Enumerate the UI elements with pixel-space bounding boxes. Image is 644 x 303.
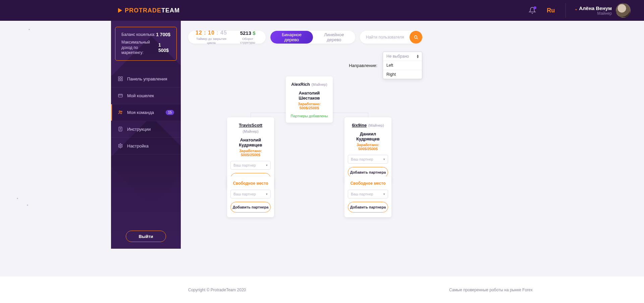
tab-binary-tree[interactable]: Бинарное дерево (270, 31, 313, 44)
sidebar: Баланс кошелька: 1 700$ Максимальный дох… (111, 21, 181, 249)
dropdown-placeholder: Не выбрано (386, 54, 409, 59)
search-button[interactable] (410, 31, 422, 44)
brand-text-b: TEAM (161, 7, 180, 14)
document-icon (118, 126, 123, 132)
svg-rect-2 (121, 79, 122, 81)
play-icon (118, 8, 122, 13)
turnover-label: Оборот структуры (237, 37, 258, 45)
earn-value: 500$/2500$ (358, 147, 378, 151)
direction-label: Направление: (349, 63, 377, 68)
nav-label: Инструкции (127, 127, 151, 132)
node-fullname: Даниил Кудрявцев (348, 131, 388, 141)
nav-instructions[interactable]: Инструкции (111, 121, 181, 138)
node-username[interactable]: TravisScott (239, 123, 262, 128)
marketing-income-label: Максимальный доход по маркетингу: (121, 40, 158, 56)
earn-label: Заработано: (357, 143, 379, 147)
user-menu[interactable]: ⌄Алёна Венум Майнер (566, 3, 631, 18)
svg-rect-3 (118, 79, 120, 81)
nav-team[interactable]: Моя команда 15 (111, 104, 181, 121)
tree-node-right: 6ix9ine (Майнер) Даниил Кудрявцев Зарабо… (344, 117, 391, 182)
chevron-down-icon: ▾ (266, 192, 268, 196)
wallet-balance-value: 1 700$ (156, 32, 170, 37)
sort-icon: ▴▾ (417, 54, 419, 58)
logout-button[interactable]: Выйти (126, 231, 166, 242)
svg-point-8 (120, 145, 121, 146)
node-fullname: Анатолий Шестаков (289, 90, 329, 101)
partner-input[interactable] (348, 157, 383, 161)
svg-rect-1 (121, 77, 122, 78)
nav-dashboard[interactable]: Панель управления (111, 71, 181, 87)
partner-select[interactable]: ▾ (348, 190, 388, 198)
add-partner-button[interactable]: Добавить партнера (348, 202, 388, 213)
timer-seconds: : 45 (215, 30, 227, 36)
svg-rect-0 (118, 77, 120, 78)
brand-text-a: PROTRADE (125, 7, 161, 14)
search-input[interactable] (366, 35, 410, 40)
grid-icon (118, 76, 123, 81)
dropdown-selected[interactable]: Не выбрано ▴▾ (383, 52, 422, 61)
wallet-icon (118, 93, 123, 98)
users-icon (118, 110, 123, 115)
node-username: AlexRich (291, 82, 310, 87)
balance-panel: Баланс кошелька: 1 700$ Максимальный дох… (115, 27, 177, 61)
node-role: (Майнер) (243, 129, 258, 133)
node-role: (Майнер) (311, 82, 327, 86)
add-partner-button[interactable]: Добавить партнера (230, 202, 271, 213)
language-toggle[interactable]: Ru (547, 7, 555, 14)
footer-copyright: Copyright © ProtradeTeam 2020 (188, 288, 246, 292)
svg-rect-4 (118, 94, 122, 97)
earn-value: 500$/2500$ (241, 153, 260, 157)
page-footer: Copyright © ProtradeTeam 2020 Самые пров… (0, 276, 644, 303)
user-role: Майнер (575, 11, 612, 16)
partner-select[interactable]: ▾ (348, 155, 388, 164)
nav-label: Настройка (127, 143, 149, 148)
search-icon (413, 35, 419, 40)
timer-value: 12 : 10 (196, 30, 215, 36)
user-name: Алёна Венум (579, 5, 612, 11)
partners-added-badge: Партнеры добавлены (289, 114, 329, 118)
notifications-button[interactable] (529, 7, 536, 14)
tab-linear-tree[interactable]: Линейное дерево (313, 31, 355, 44)
chevron-down-icon: ▾ (383, 192, 385, 196)
free-slot-label: Свободное место (230, 181, 271, 186)
tree-free-slot: Свободное место ▾ Добавить партнера (227, 176, 274, 217)
nav-wallet[interactable]: Мой кошелек (111, 87, 181, 104)
node-role: (Майнер) (368, 123, 384, 127)
chevron-down-icon: ▾ (266, 164, 268, 167)
partner-input[interactable] (348, 192, 383, 196)
timer-label: Таймер до закрытия цикла (196, 37, 227, 45)
partner-select[interactable]: ▾ (230, 190, 271, 198)
avatar (616, 3, 631, 18)
partner-input[interactable] (231, 163, 266, 167)
nav-label: Мой кошелек (127, 93, 154, 98)
svg-point-6 (121, 111, 122, 112)
partner-select[interactable]: ▾ (230, 161, 271, 170)
stats-card: 12 : 10 : 45 Таймер до закрытия цикла 52… (188, 31, 266, 44)
search-box[interactable] (360, 31, 422, 44)
free-slot-label: Свободное место (348, 181, 388, 186)
turnover-value: 5213 (240, 30, 253, 36)
footer-tagline: Самые проверенные роботы на рынке Forex (449, 288, 533, 292)
nav-label: Панель управления (127, 76, 167, 81)
marketing-income-value: 1 500$ (158, 42, 170, 53)
earn-label: Заработано: (298, 102, 321, 106)
nav-label: Моя команда (127, 110, 154, 115)
gear-icon (118, 143, 123, 148)
node-username[interactable]: 6ix9ine (352, 123, 367, 128)
node-fullname: Анатолий Кудрявцев (230, 137, 271, 147)
chevron-down-icon: ⌄ (575, 7, 578, 11)
dropdown-option-left[interactable]: Left (383, 61, 422, 70)
earn-value: 500$/2500$ (300, 106, 319, 110)
tree-free-slot: Свободное место ▾ Добавить партнера (344, 176, 391, 217)
chevron-down-icon: ▾ (383, 158, 385, 161)
svg-point-9 (414, 36, 417, 38)
tree-type-segment: Бинарное дерево Линейное дерево (270, 31, 355, 44)
brand-logo[interactable]: PROTRADETEAM (118, 7, 180, 14)
direction-dropdown[interactable]: Не выбрано ▴▾ Left Right (383, 52, 422, 79)
partner-input[interactable] (231, 192, 266, 196)
team-count-badge: 15 (166, 110, 174, 115)
wallet-balance-label: Баланс кошелька: (121, 32, 155, 37)
nav-settings[interactable]: Настройка (111, 138, 181, 155)
turnover-currency: $ (253, 30, 255, 36)
earn-label: Заработано: (239, 149, 262, 153)
